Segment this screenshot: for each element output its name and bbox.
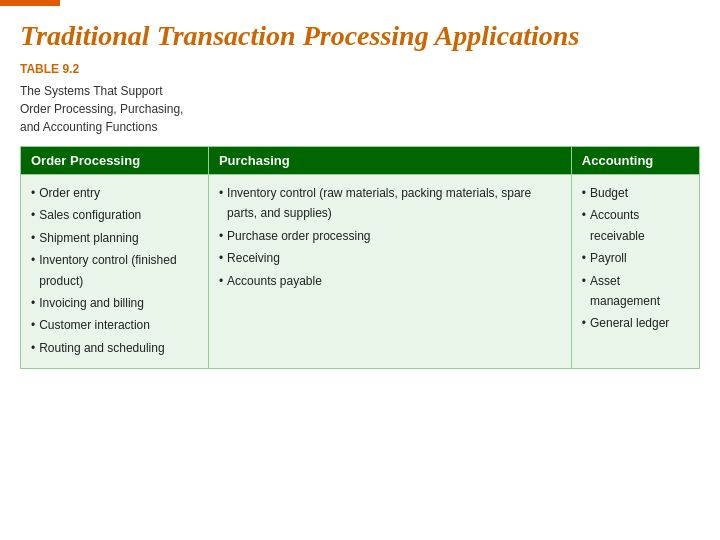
col-accounting-items: •Budget •Accounts receivable •Payroll •A… bbox=[571, 175, 699, 369]
col-purchasing-items: •Inventory control (raw materials, packi… bbox=[208, 175, 571, 369]
col-header-accounting: Accounting bbox=[571, 147, 699, 175]
table-description: The Systems That Support Order Processin… bbox=[20, 82, 700, 136]
col-header-order: Order Processing bbox=[21, 147, 209, 175]
page-title: Traditional Transaction Processing Appli… bbox=[0, 6, 720, 62]
table-label: TABLE 9.2 bbox=[20, 62, 700, 76]
col-header-purchasing: Purchasing bbox=[208, 147, 571, 175]
main-table: Order Processing Purchasing Accounting •… bbox=[20, 146, 700, 369]
col-order-items: •Order entry •Sales configuration •Shipm… bbox=[21, 175, 209, 369]
